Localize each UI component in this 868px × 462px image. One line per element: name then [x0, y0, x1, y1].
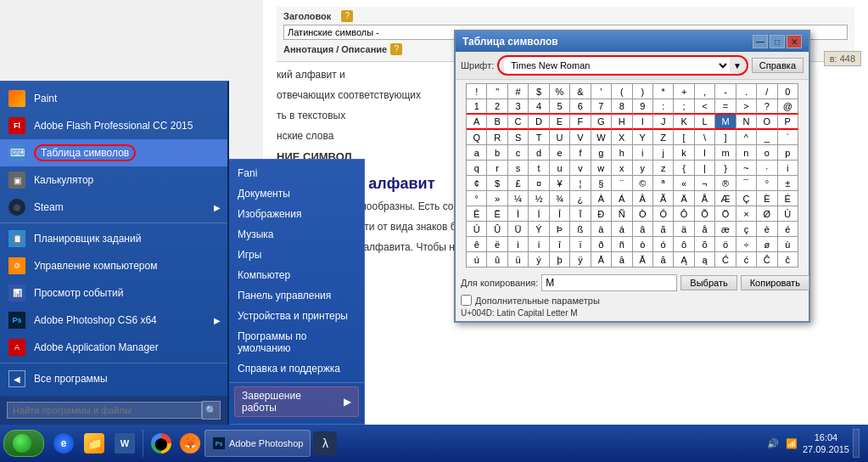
charmap-cell[interactable]: Ý: [529, 222, 549, 237]
submenu-item-help[interactable]: Справка и поддержка: [229, 358, 364, 379]
charmap-cell[interactable]: ă: [653, 252, 674, 268]
charmap-cell[interactable]: \: [695, 130, 715, 145]
charmap-cell[interactable]: m: [715, 145, 736, 161]
charmap-cell[interactable]: v: [570, 161, 591, 176]
charmap-cell[interactable]: é: [778, 222, 798, 237]
charmap-cell[interactable]: H: [612, 115, 632, 130]
charmap-cell[interactable]: W: [591, 130, 612, 145]
charmap-cell[interactable]: Á: [612, 191, 632, 206]
charmap-cell[interactable]: Ö: [715, 206, 736, 222]
charmap-cell[interactable]: Ò: [633, 206, 653, 222]
minimize-button[interactable]: —: [753, 35, 768, 48]
charmap-cell[interactable]: Û: [487, 222, 507, 237]
charmap-cell[interactable]: M: [715, 115, 736, 130]
charmap-cell[interactable]: q: [467, 161, 487, 176]
charmap-cell[interactable]: h: [612, 145, 632, 161]
charmap-cell[interactable]: ;: [674, 99, 694, 115]
copy-button[interactable]: Копировать: [741, 275, 809, 290]
charmap-cell[interactable]: Ê: [467, 206, 487, 222]
charmap-cell[interactable]: Ú: [467, 222, 487, 237]
charmap-cell[interactable]: Y: [633, 130, 653, 145]
charmap-cell[interactable]: Ñ: [612, 206, 632, 222]
advanced-checkbox[interactable]: [461, 295, 472, 306]
charmap-cell[interactable]: Ô: [674, 206, 694, 222]
charmap-cell[interactable]: »: [487, 191, 507, 206]
charmap-cell[interactable]: i: [633, 145, 653, 161]
charmap-cell[interactable]: È: [757, 191, 777, 206]
charmap-cell[interactable]: Å: [695, 191, 715, 206]
charmap-cell[interactable]: ): [633, 84, 653, 99]
sidebar-item-tasks[interactable]: 📋 Планировщик заданий: [0, 225, 227, 252]
charmap-cell[interactable]: ĉ: [778, 252, 798, 268]
submenu-item-defaults[interactable]: Программы по умолчанию: [229, 326, 364, 358]
charmap-cell[interactable]: D: [529, 115, 549, 130]
charmap-cell[interactable]: ô: [674, 237, 694, 252]
charmap-cell[interactable]: |: [695, 161, 715, 176]
charmap-cell[interactable]: S: [508, 130, 529, 145]
charmap-cell[interactable]: !: [467, 84, 487, 99]
charmap-cell[interactable]: U: [550, 130, 570, 145]
font-dropdown-icon[interactable]: ▼: [733, 61, 742, 70]
charmap-cell[interactable]: ª: [653, 176, 674, 191]
charmap-cell[interactable]: y: [633, 161, 653, 176]
charmap-cell[interactable]: Ç: [736, 191, 757, 206]
charmap-cell[interactable]: ®: [715, 176, 736, 191]
taskbar-chrome-icon[interactable]: ⬤: [147, 429, 176, 458]
charmap-cell[interactable]: ć: [736, 252, 757, 268]
charmap-cell[interactable]: °: [467, 191, 487, 206]
taskbar-lambda-icon[interactable]: λ: [311, 429, 339, 458]
charmap-cell[interactable]: ą: [695, 252, 715, 268]
show-desktop-button[interactable]: [853, 429, 860, 458]
charmap-cell[interactable]: â: [633, 222, 653, 237]
sidebar-item-calc[interactable]: ▣ Калькулятор: [0, 166, 227, 194]
tray-icon-1[interactable]: 🔊: [765, 436, 781, 451]
charmap-cell[interactable]: .: [736, 84, 757, 99]
charmap-cell[interactable]: Ā: [591, 252, 612, 268]
charmap-cell[interactable]: 3: [508, 99, 529, 115]
charmap-cell[interactable]: 0: [778, 84, 798, 99]
charmap-cell[interactable]: -: [715, 84, 736, 99]
charmap-cell[interactable]: Õ: [695, 206, 715, 222]
charmap-cell[interactable]: 5: [550, 99, 570, 115]
submenu-item-images[interactable]: Изображения: [229, 204, 364, 224]
charmap-cell[interactable]: ü: [508, 252, 529, 268]
charmap-cell[interactable]: þ: [550, 252, 570, 268]
charmap-cell[interactable]: ©: [633, 176, 653, 191]
sidebar-item-ps[interactable]: Ps Adobe Photoshop CS6 x64 ▶: [0, 307, 227, 334]
taskbar-photoshop-window[interactable]: Ps Adobe Photoshop: [204, 430, 311, 457]
submenu-item-control[interactable]: Панель управления: [229, 285, 364, 306]
charmap-cell[interactable]: è: [757, 222, 777, 237]
sidebar-item-appman[interactable]: A Adobe Application Manager: [0, 334, 227, 361]
charmap-cell[interactable]: +: [674, 84, 694, 99]
charmap-cell[interactable]: ]: [715, 130, 736, 145]
charmap-cell[interactable]: o: [757, 145, 777, 161]
charmap-cell[interactable]: ð: [591, 237, 612, 252]
shutdown-button[interactable]: Завершение работы ▶: [234, 386, 359, 417]
search-button[interactable]: 🔍: [202, 401, 221, 420]
charmap-cell[interactable]: Ä: [674, 191, 694, 206]
charmap-cell[interactable]: :: [653, 99, 674, 115]
charmap-cell[interactable]: _: [757, 130, 777, 145]
charmap-cell[interactable]: Ó: [653, 206, 674, 222]
help-button[interactable]: Справка: [752, 58, 804, 73]
charmap-cell[interactable]: #: [508, 84, 529, 99]
charmap-cell[interactable]: Í: [529, 206, 549, 222]
charmap-cell[interactable]: £: [508, 176, 529, 191]
charmap-cell[interactable]: ú: [467, 252, 487, 268]
charmap-cell[interactable]: õ: [695, 237, 715, 252]
charmap-cell[interactable]: ±: [778, 176, 798, 191]
maximize-button[interactable]: □: [770, 35, 785, 48]
charmap-cell[interactable]: L: [695, 115, 715, 130]
charmap-cell[interactable]: K: [674, 115, 694, 130]
charmap-cell[interactable]: ä: [674, 222, 694, 237]
charmap-cell[interactable]: î: [550, 237, 570, 252]
charmap-cell[interactable]: ç: [736, 222, 757, 237]
charmap-cell[interactable]: °: [757, 176, 777, 191]
charmap-cell[interactable]: ÷: [736, 237, 757, 252]
charmap-cell[interactable]: x: [612, 161, 632, 176]
sidebar-item-events[interactable]: 📊 Просмотр событий: [0, 279, 227, 307]
charmap-cell[interactable]: Ï: [570, 206, 591, 222]
submenu-item-devices[interactable]: Устройства и принтеры: [229, 306, 364, 326]
charmap-cell[interactable]: k: [674, 145, 694, 161]
charmap-cell[interactable]: d: [529, 145, 549, 161]
